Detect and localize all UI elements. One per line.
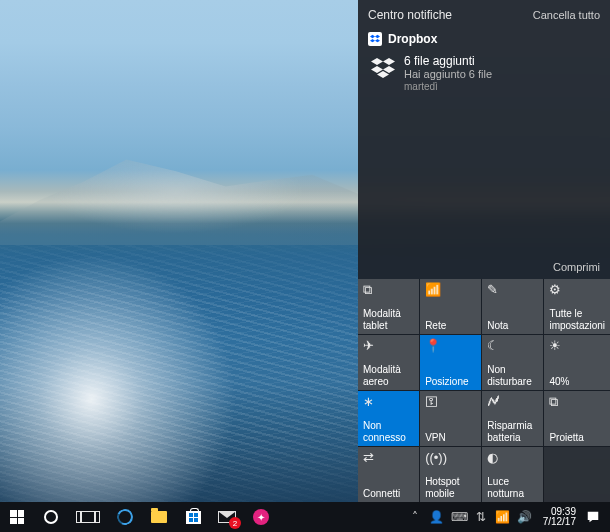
clock-date: 7/12/17 <box>543 517 576 528</box>
quick-action-brightness[interactable]: ☀40% <box>544 335 610 390</box>
notification-title: 6 file aggiunti <box>404 54 492 68</box>
notification-icon <box>586 510 600 524</box>
system-tray: ˄ 👤 ⌨ ⇅ 📶 🔊 09:39 7/12/17 <box>407 502 610 532</box>
blank-icon <box>549 451 605 467</box>
quick-action-all-settings[interactable]: ⚙Tutte le impostazioni <box>544 279 610 334</box>
quick-action-airplane[interactable]: ✈Modalità aereo <box>358 335 419 390</box>
folder-icon <box>151 511 167 523</box>
quick-action-label: Luce notturna <box>487 476 538 499</box>
quick-action-label: Nota <box>487 320 538 332</box>
windows-logo-icon <box>10 510 24 524</box>
tablet-icon: ⧉ <box>363 283 414 299</box>
quick-action-label: Non disturbare <box>487 364 538 387</box>
taskbar: 2 ✦ ˄ 👤 ⌨ ⇅ 📶 🔊 09:39 7/12/17 <box>0 502 610 532</box>
note-icon: ✎ <box>487 283 538 299</box>
vpn-icon: ⚿ <box>425 395 476 411</box>
quick-action-label: Connetti <box>363 488 414 500</box>
action-center-title: Centro notifiche <box>368 8 452 22</box>
quick-action-label: Proietta <box>549 432 605 444</box>
quick-action-night-light[interactable]: ◐Luce notturna <box>482 447 543 502</box>
quick-action-note[interactable]: ✎Nota <box>482 279 543 334</box>
taskbar-app-edge[interactable] <box>108 502 142 532</box>
notification-subtitle: Hai aggiunto 6 file <box>404 68 492 80</box>
battery-icon: 🗲 <box>487 395 538 411</box>
action-center-panel: Centro notifiche Cancella tutto Dropbox … <box>358 0 610 502</box>
dropbox-app-icon <box>368 32 382 46</box>
notification-app-header[interactable]: Dropbox <box>368 32 600 46</box>
quick-action-label: Modalità tablet <box>363 308 414 331</box>
quick-action-blank <box>544 447 610 502</box>
action-center-header: Centro notifiche Cancella tutto <box>358 0 610 28</box>
tray-network-icon[interactable]: ⇅ <box>473 510 489 524</box>
quick-action-label: 40% <box>549 376 605 388</box>
quick-action-battery-saver[interactable]: 🗲Risparmia batteria <box>482 391 543 446</box>
quick-action-label: Rete <box>425 320 476 332</box>
quick-action-hotspot[interactable]: ((•))Hotspot mobile <box>420 447 481 502</box>
taskbar-app-pink[interactable]: ✦ <box>244 502 278 532</box>
quick-action-connect[interactable]: ⇄Connetti <box>358 447 419 502</box>
notification-item[interactable]: 6 file aggiunti Hai aggiunto 6 file mart… <box>368 52 600 92</box>
task-view-icon <box>80 511 96 523</box>
hotspot-icon: ((•)) <box>425 451 476 467</box>
quick-action-tablet-mode[interactable]: ⧉Modalità tablet <box>358 279 419 334</box>
dropbox-icon <box>370 54 396 80</box>
taskbar-spacer <box>278 502 407 532</box>
quick-actions-grid: ⧉Modalità tablet📶Rete✎Nota⚙Tutte le impo… <box>358 279 610 502</box>
connect-icon: ⇄ <box>363 451 414 467</box>
edge-icon <box>115 507 136 528</box>
quick-action-location[interactable]: 📍Posizione <box>420 335 481 390</box>
taskbar-app-explorer[interactable] <box>142 502 176 532</box>
quick-action-label: VPN <box>425 432 476 444</box>
cortana-button[interactable] <box>34 502 68 532</box>
network-icon: 📶 <box>425 283 476 299</box>
quick-action-project[interactable]: ⧉Proietta <box>544 391 610 446</box>
quick-action-label: Risparmia batteria <box>487 420 538 443</box>
quick-action-bluetooth[interactable]: ∗Non connesso <box>358 391 419 446</box>
tray-volume-icon[interactable]: 🔊 <box>517 510 533 524</box>
cortana-icon <box>44 510 58 524</box>
quick-action-label: Hotspot mobile <box>425 476 476 499</box>
airplane-icon: ✈ <box>363 339 414 355</box>
tray-wifi-icon[interactable]: 📶 <box>495 510 511 524</box>
start-button[interactable] <box>0 502 34 532</box>
tray-people-icon[interactable]: 👤 <box>429 510 445 524</box>
tray-chevron-up-icon[interactable]: ˄ <box>407 510 423 524</box>
quick-action-network[interactable]: 📶Rete <box>420 279 481 334</box>
quick-action-vpn[interactable]: ⚿VPN <box>420 391 481 446</box>
taskbar-app-store[interactable] <box>176 502 210 532</box>
bluetooth-icon: ∗ <box>363 395 414 411</box>
notification-app-name: Dropbox <box>388 32 437 46</box>
gear-icon: ⚙ <box>549 283 605 299</box>
action-center-button[interactable] <box>586 510 604 524</box>
quick-action-label: Modalità aereo <box>363 364 414 387</box>
tray-input-icon[interactable]: ⌨ <box>451 510 467 524</box>
moon-icon: ☾ <box>487 339 538 355</box>
taskbar-clock[interactable]: 09:39 7/12/17 <box>539 507 580 528</box>
store-icon <box>186 511 201 524</box>
notification-timestamp: martedì <box>404 81 492 92</box>
quick-action-label: Posizione <box>425 376 476 388</box>
sun-icon: ☀ <box>549 339 605 355</box>
quick-action-label: Non connesso <box>363 420 414 443</box>
nightlight-icon: ◐ <box>487 451 538 467</box>
project-icon: ⧉ <box>549 395 605 411</box>
pink-app-icon: ✦ <box>253 509 269 525</box>
mail-badge: 2 <box>229 517 241 529</box>
collapse-button[interactable]: Comprimi <box>358 257 610 279</box>
notification-group: Dropbox 6 file aggiunti Hai aggiunto 6 f… <box>358 28 610 98</box>
quick-action-quiet-hours[interactable]: ☾Non disturbare <box>482 335 543 390</box>
clear-all-button[interactable]: Cancella tutto <box>533 9 600 21</box>
task-view-button[interactable] <box>68 502 108 532</box>
taskbar-app-mail[interactable]: 2 <box>210 502 244 532</box>
location-icon: 📍 <box>425 339 476 355</box>
quick-action-label: Tutte le impostazioni <box>549 308 605 331</box>
